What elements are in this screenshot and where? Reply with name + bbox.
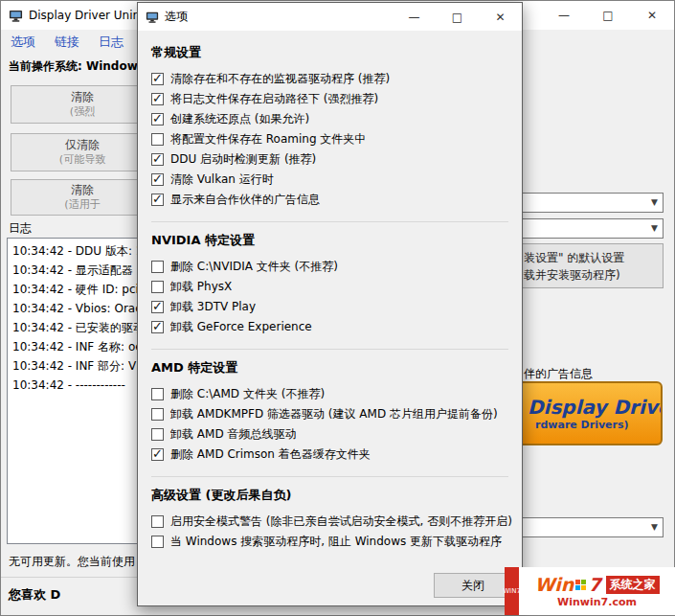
- banner-title: Display Driver: [528, 396, 661, 419]
- checkbox[interactable]: ✓: [151, 281, 164, 293]
- watermark-main: Win 7 系统之家 Winwin7.com: [519, 567, 675, 615]
- maximize-icon[interactable]: □: [436, 3, 479, 31]
- footer-like-text: 您喜欢 D: [9, 586, 60, 604]
- checkbox[interactable]: ✓: [151, 93, 164, 105]
- option-row[interactable]: ✓ 删除 AMD Crimson 着色器缓存文件夹: [151, 445, 508, 465]
- option-row[interactable]: ✓ 删除 C:\AMD 文件夹 (不推荐): [151, 384, 508, 404]
- clean-shutdown-button[interactable]: 清除 (适用于: [11, 179, 154, 216]
- option-row[interactable]: ✓ 清除存在和不存在的监视器驱动程序 (推荐): [151, 69, 508, 89]
- section-title-advanced: 高级设置 (更改后果自负): [151, 487, 508, 504]
- option-label: 显示来自合作伙伴的广告信息: [170, 192, 320, 208]
- log-section-label: 日志: [9, 220, 32, 237]
- button-label: 清除: [71, 183, 94, 197]
- option-label: 卸载 PhysX: [170, 279, 232, 295]
- current-os-label: 当前操作系统: Window: [9, 58, 138, 75]
- dialog-close-button[interactable]: 关闭: [434, 573, 512, 598]
- option-row[interactable]: ✓ 卸载 PhysX: [151, 277, 508, 297]
- option-row[interactable]: ✓ 清除 Vulkan 运行时: [151, 170, 508, 190]
- checkbox[interactable]: ✓: [151, 388, 164, 400]
- checkbox[interactable]: ✓: [151, 153, 164, 166]
- option-row[interactable]: ✓ 创建系统还原点 (如果允许): [151, 109, 508, 129]
- dialog-body: 常规设置 ✓ 清除存在和不存在的监视器驱动程序 (推荐) ✓ 将日志文件保存在启…: [138, 31, 522, 552]
- option-row[interactable]: ✓ 卸载 AMD 音频总线驱动: [151, 424, 508, 445]
- partner-ad-text: 伴的广告信息: [524, 366, 593, 382]
- option-label: 清除 Vulkan 运行时: [170, 171, 274, 188]
- button-label: 清除: [71, 90, 94, 104]
- option-label: 当 Windows 搜索驱动程序时, 阻止 Windows 更新下载驱动程序: [170, 534, 502, 550]
- check-icon: ✓: [152, 319, 163, 333]
- checkbox[interactable]: ✓: [151, 261, 164, 273]
- checkbox[interactable]: ✓: [151, 536, 164, 548]
- watermark-brand-prefix: Win: [534, 574, 574, 595]
- update-status-text: 无可用更新。您当前使用: [9, 554, 135, 570]
- checkbox[interactable]: ✓: [151, 428, 164, 441]
- dialog-titlebar: 选项 — □ ✕: [138, 3, 522, 31]
- winwin7-watermark: WIN7 Win 7 系统之家 Winwin7.com: [505, 567, 675, 615]
- checkbox[interactable]: ✓: [151, 194, 164, 206]
- option-label: 卸载 GeForce Experience: [170, 319, 312, 335]
- option-label: 删除 AMD Crimson 着色器缓存文件夹: [170, 446, 371, 463]
- dialog-title: 选项: [165, 9, 188, 25]
- checkbox[interactable]: ✓: [151, 301, 164, 313]
- checkbox[interactable]: ✓: [151, 113, 164, 125]
- close-icon[interactable]: ✕: [630, 1, 674, 30]
- watermark-strip: WIN7: [505, 567, 519, 615]
- section-title-general: 常规设置: [151, 44, 508, 61]
- menubar: 选项 链接 日志: [1, 31, 124, 54]
- option-row[interactable]: ✓ 启用安全模式警告 (除非已亲自尝试启动安全模式, 否则不推荐开启): [151, 512, 508, 532]
- option-row[interactable]: ✓ 卸载 AMDKMPFD 筛选器驱动 (建议 AMD 芯片组用户提前备份): [151, 404, 508, 424]
- option-label: 删除 C:\AMD 文件夹 (不推荐): [170, 386, 325, 402]
- button-sublabel: (可能导致: [59, 152, 105, 167]
- checkbox[interactable]: ✓: [151, 321, 164, 333]
- section-divider: [151, 349, 508, 350]
- options-dialog: 选项 — □ ✕ 常规设置 ✓ 清除存在和不存在的监视器驱动程序 (推荐) ✓ …: [137, 2, 523, 606]
- option-label: 删除 C:\NVIDIA 文件夹 (不推荐): [170, 259, 338, 275]
- button-sublabel: (适用于: [64, 197, 100, 212]
- option-label: 创建系统还原点 (如果允许): [170, 111, 309, 127]
- defaults-box-line1: 装设置" 的默认设置: [524, 249, 663, 266]
- section-divider: [151, 221, 508, 222]
- checkbox[interactable]: ✓: [151, 173, 164, 186]
- option-label: 卸载 AMDKMPFD 筛选器驱动 (建议 AMD 芯片组用户提前备份): [170, 406, 498, 422]
- check-icon: ✓: [152, 71, 163, 85]
- chevron-down-icon: ▼: [651, 223, 658, 233]
- option-label: 卸载 AMD 音频总线驱动: [170, 426, 296, 443]
- option-label: 将日志文件保存在启动路径下 (强烈推荐): [170, 91, 378, 107]
- check-icon: ✓: [152, 151, 163, 166]
- option-label: 将配置文件保存在 Roaming 文件夹中: [170, 131, 366, 148]
- clean-no-restart-button[interactable]: 仅清除 (可能导致: [11, 133, 154, 171]
- option-label: 卸载 3DTV Play: [170, 299, 256, 315]
- app-monitor-icon: [9, 9, 23, 23]
- checkbox[interactable]: ✓: [151, 73, 164, 85]
- option-row[interactable]: ✓ 显示来自合作伙伴的广告信息: [151, 190, 508, 210]
- option-row[interactable]: ✓ 卸载 3DTV Play: [151, 297, 508, 317]
- option-row[interactable]: ✓ 将日志文件保存在启动路径下 (强烈推荐): [151, 89, 508, 109]
- checkbox[interactable]: ✓: [151, 515, 164, 528]
- checkbox[interactable]: ✓: [151, 408, 164, 421]
- option-row[interactable]: ✓ 删除 C:\NVIDIA 文件夹 (不推荐): [151, 257, 508, 277]
- option-row[interactable]: ✓ 当 Windows 搜索驱动程序时, 阻止 Windows 更新下载驱动程序: [151, 532, 508, 552]
- clean-restart-button[interactable]: 清除 (强烈: [11, 85, 154, 124]
- option-row[interactable]: ✓ 将配置文件保存在 Roaming 文件夹中: [151, 129, 508, 149]
- close-icon[interactable]: ✕: [479, 3, 522, 31]
- defaults-box-line2: 载并安装驱动程序): [524, 266, 663, 284]
- check-icon: ✓: [152, 91, 163, 105]
- checkbox[interactable]: ✓: [151, 448, 164, 461]
- main-window-title: Display Driver Unins: [29, 9, 146, 22]
- windows-flag-icon: [575, 580, 586, 590]
- option-row[interactable]: ✓ 卸载 GeForce Experience: [151, 317, 508, 337]
- option-label: 清除存在和不存在的监视器驱动程序 (推荐): [170, 71, 390, 87]
- watermark-brand-suffix: 系统之家: [606, 576, 660, 594]
- option-row[interactable]: ✓ DDU 启动时检测更新 (推荐): [151, 149, 508, 170]
- minimize-icon[interactable]: —: [393, 3, 436, 31]
- dialog-window-controls: — □ ✕: [393, 3, 522, 31]
- checkbox[interactable]: ✓: [151, 133, 164, 146]
- check-icon: ✓: [152, 111, 163, 125]
- menu-options[interactable]: 选项: [11, 34, 35, 51]
- check-icon: ✓: [152, 192, 163, 206]
- menu-log[interactable]: 日志: [99, 34, 124, 51]
- maximize-icon[interactable]: □: [586, 1, 630, 30]
- minimize-icon[interactable]: —: [542, 1, 586, 30]
- check-icon: ✓: [152, 171, 163, 186]
- menu-links[interactable]: 链接: [55, 34, 79, 51]
